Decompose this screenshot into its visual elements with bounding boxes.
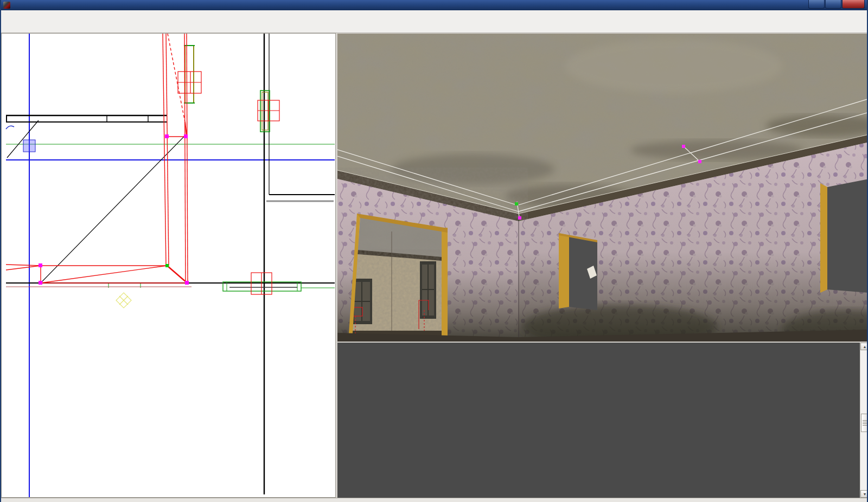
scroll-up-button[interactable]: ▲ [860, 343, 868, 350]
camera-marker[interactable] [6, 126, 14, 129]
door-trim-right [442, 228, 448, 342]
texture-scrollbar[interactable]: ▲ ▼ [860, 343, 868, 498]
radiant-window: ▲ ▼ [0, 0, 868, 502]
close-button[interactable] [842, 0, 865, 9]
restore-button[interactable] [825, 0, 841, 9]
grid-view-2d[interactable] [1, 33, 336, 498]
texture-browser[interactable]: ▲ ▼ [337, 343, 868, 498]
menu-bar [1, 10, 867, 21]
wall-brushes [6, 34, 335, 494]
title-bar[interactable] [1, 0, 867, 10]
scroll-thumb[interactable] [861, 414, 868, 432]
scroll-down-button[interactable]: ▼ [860, 490, 868, 498]
minimize-button[interactable] [808, 0, 825, 9]
back-window-2 [420, 261, 436, 319]
app-icon [3, 2, 10, 9]
right-doorway[interactable] [820, 179, 868, 293]
patch-brushes [184, 46, 270, 132]
selected-brush[interactable] [6, 34, 279, 294]
toolbar [1, 20, 867, 33]
status-bar [1, 498, 867, 502]
middle-doorway[interactable] [559, 233, 597, 310]
origin-diamond [116, 293, 131, 308]
z-height-marker[interactable] [23, 140, 35, 152]
camera-view-3d[interactable] [337, 34, 868, 342]
left-doorway[interactable] [348, 213, 448, 342]
